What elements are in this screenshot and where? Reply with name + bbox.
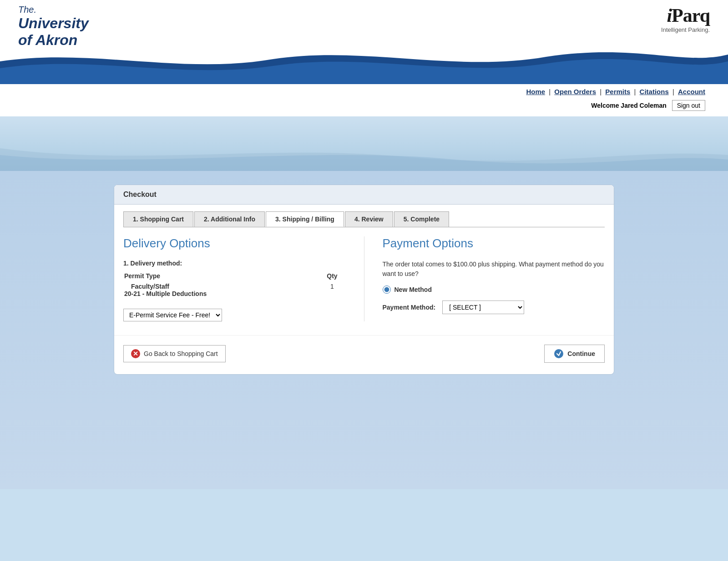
delivery-method-label: 1. Delivery method: — [123, 260, 346, 267]
payment-description: The order total comes to $100.00 plus sh… — [383, 260, 605, 279]
iparq-subtitle: Intelligent Parking. — [661, 26, 710, 33]
nav-account[interactable]: Account — [678, 88, 705, 95]
payment-section: Payment Options The order total comes to… — [364, 236, 605, 321]
permit-table: Permit Type Qty Faculty/Staff 20-21 - Mu… — [123, 271, 346, 298]
new-method-radio[interactable] — [383, 286, 391, 294]
page-header: The. University of Akron iParq Intellige… — [0, 0, 728, 116]
blue-wave-area — [0, 116, 728, 171]
tab-shopping-cart[interactable]: 1. Shopping Cart — [123, 211, 193, 227]
checkout-content: Delivery Options 1. Delivery method: Per… — [114, 227, 614, 335]
iparq-title: iParq — [661, 5, 710, 26]
continue-btn-label: Continue — [567, 350, 595, 357]
iparq-logo: iParq Intelligent Parking. — [661, 5, 710, 33]
tab-additional-info[interactable]: 2. Additional Info — [194, 211, 265, 227]
permit-faculty-staff: Faculty/Staff — [124, 283, 318, 290]
nav-sep-2: | — [600, 88, 603, 95]
permit-type-header: Permit Type — [124, 272, 318, 282]
continue-button[interactable]: Continue — [544, 345, 605, 363]
tab-review[interactable]: 4. Review — [345, 211, 393, 227]
continue-icon — [554, 349, 564, 359]
checkout-tabs: 1. Shopping Cart 2. Additional Info 3. S… — [123, 211, 605, 227]
permit-name: Faculty/Staff — [131, 283, 169, 290]
checkout-footer: ✕ Go Back to Shopping Cart Continue — [114, 335, 614, 374]
welcome-area: Welcome Jared Coleman Sign out — [0, 98, 728, 116]
iparq-parq: Parq — [672, 5, 710, 26]
logo-line2: University — [18, 15, 89, 32]
checkout-box: Checkout 1. Shopping Cart 2. Additional … — [114, 185, 614, 375]
nav-citations[interactable]: Citations — [640, 88, 669, 95]
payment-method-row: Payment Method: [ SELECT ] Credit Card P… — [383, 301, 605, 314]
nav-sep-1: | — [549, 88, 552, 95]
logo-line3: of Akron — [18, 32, 77, 49]
tab-shipping-billing[interactable]: 3. Shipping / Billing — [266, 211, 344, 227]
back-to-cart-button[interactable]: ✕ Go Back to Shopping Cart — [123, 345, 226, 362]
delivery-section: Delivery Options 1. Delivery method: Per… — [123, 236, 364, 321]
payment-method-label: Payment Method: — [383, 304, 436, 311]
nav-sep-4: | — [672, 88, 676, 95]
welcome-text: Welcome Jared Coleman — [591, 102, 666, 109]
payment-method-select[interactable]: [ SELECT ] Credit Card Payroll Deduction… — [442, 301, 524, 314]
permit-subname: 20-21 - Multiple Deductions — [124, 290, 318, 297]
permit-row: Faculty/Staff 20-21 - Multiple Deduction… — [124, 283, 345, 297]
qty-value: 1 — [319, 283, 344, 297]
logo-line1: The. — [18, 5, 36, 15]
nav-permits[interactable]: Permits — [605, 88, 630, 95]
new-method-label: New Method — [394, 286, 432, 293]
nav-links: Home | Open Orders | Permits | Citations… — [0, 88, 705, 95]
iparq-i: i — [667, 5, 672, 26]
svg-point-0 — [554, 349, 563, 358]
back-icon: ✕ — [131, 349, 140, 358]
delivery-title: Delivery Options — [123, 236, 346, 250]
back-btn-label: Go Back to Shopping Cart — [144, 350, 218, 357]
nav-open-orders[interactable]: Open Orders — [554, 88, 596, 95]
header-wave — [0, 48, 728, 84]
main-content: Checkout 1. Shopping Cart 2. Additional … — [0, 171, 728, 489]
university-logo: The. University of Akron — [18, 5, 89, 49]
tab-complete[interactable]: 5. Complete — [394, 211, 449, 227]
signout-button[interactable]: Sign out — [672, 100, 705, 111]
delivery-select[interactable]: E-Permit Service Fee - Free! Mail — [123, 309, 222, 321]
checkout-title: Checkout — [114, 185, 614, 205]
qty-header: Qty — [319, 272, 344, 282]
nav-area: Home | Open Orders | Permits | Citations… — [0, 84, 728, 98]
payment-title: Payment Options — [383, 236, 605, 250]
nav-home[interactable]: Home — [526, 88, 545, 95]
payment-option-new: New Method — [383, 286, 605, 294]
nav-sep-3: | — [634, 88, 638, 95]
